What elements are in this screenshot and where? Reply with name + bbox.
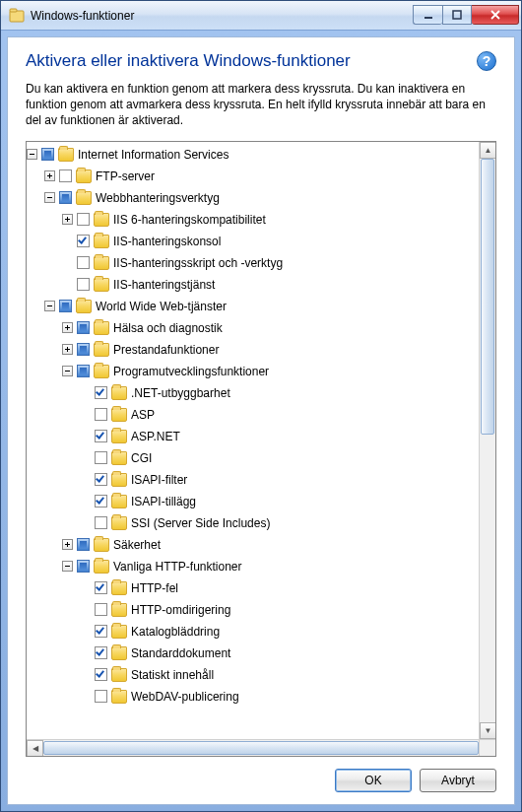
feature-checkbox[interactable] bbox=[95, 408, 107, 421]
tree-item-label: World Wide Web-tjänster bbox=[96, 300, 227, 313]
feature-checkbox[interactable] bbox=[59, 169, 72, 182]
feature-checkbox[interactable] bbox=[95, 603, 107, 616]
tree-item[interactable]: .NET-utbyggbarhet bbox=[27, 382, 479, 404]
feature-checkbox[interactable] bbox=[95, 581, 107, 594]
feature-checkbox[interactable] bbox=[77, 365, 90, 377]
tree-item[interactable]: CGI bbox=[27, 447, 479, 469]
horizontal-scroll-thumb[interactable] bbox=[43, 741, 479, 755]
expand-icon[interactable] bbox=[62, 214, 73, 225]
tree-item[interactable]: FTP-server bbox=[27, 166, 479, 187]
tree-item-label: Katalogbläddring bbox=[131, 625, 220, 639]
tree-item[interactable]: Prestandafunktioner bbox=[27, 339, 479, 361]
feature-checkbox[interactable] bbox=[95, 451, 107, 464]
tree-item[interactable]: Säkerhet bbox=[27, 534, 479, 556]
feature-checkbox[interactable] bbox=[77, 321, 90, 334]
collapse-icon[interactable] bbox=[62, 366, 73, 376]
close-button[interactable] bbox=[472, 5, 519, 25]
feature-checkbox[interactable] bbox=[77, 278, 90, 291]
folder-icon bbox=[111, 473, 127, 487]
dialog-footer: OK Avbryt bbox=[26, 769, 496, 792]
vertical-scrollbar[interactable]: ▲ ▼ bbox=[479, 142, 495, 739]
tree-item-label: ASP bbox=[131, 408, 155, 422]
scroll-down-button[interactable]: ▼ bbox=[480, 722, 496, 739]
collapse-icon[interactable] bbox=[62, 561, 73, 572]
tree-item-label: IIS-hanteringstjänst bbox=[113, 278, 215, 292]
expand-icon[interactable] bbox=[44, 170, 55, 181]
folder-icon bbox=[76, 191, 92, 205]
tree-item[interactable]: Hälsa och diagnostik bbox=[27, 317, 479, 339]
ok-button[interactable]: OK bbox=[335, 769, 412, 792]
tree-item[interactable]: Statiskt innehåll bbox=[27, 664, 479, 686]
minimize-icon bbox=[424, 10, 433, 20]
tree-item[interactable]: Programutvecklingsfunktioner bbox=[27, 361, 479, 382]
feature-checkbox[interactable] bbox=[95, 646, 107, 659]
feature-checkbox[interactable] bbox=[95, 516, 107, 529]
tree-item[interactable]: Webbhanteringsverktyg bbox=[27, 187, 479, 209]
feature-checkbox[interactable] bbox=[95, 625, 107, 638]
tree-item[interactable]: Internet Information Services bbox=[27, 144, 479, 166]
titlebar[interactable]: Windows-funktioner bbox=[1, 1, 521, 31]
tree-item[interactable]: Standarddokument bbox=[27, 643, 479, 664]
folder-icon bbox=[111, 495, 127, 508]
feature-checkbox[interactable] bbox=[77, 213, 90, 226]
tree-item-label: Prestandafunktioner bbox=[113, 343, 219, 357]
cancel-button[interactable]: Avbryt bbox=[420, 769, 496, 792]
horizontal-scroll-track[interactable] bbox=[43, 740, 479, 756]
tree-item-label: .NET-utbyggbarhet bbox=[131, 386, 230, 400]
feature-checkbox[interactable] bbox=[41, 148, 54, 161]
feature-checkbox[interactable] bbox=[59, 191, 72, 204]
scroll-up-button[interactable]: ▲ bbox=[480, 142, 496, 159]
vertical-scroll-thumb[interactable] bbox=[481, 159, 494, 435]
tree-item[interactable]: IIS-hanteringsskript och -verktyg bbox=[27, 252, 479, 274]
folder-icon bbox=[94, 343, 109, 357]
collapse-icon[interactable] bbox=[27, 149, 37, 160]
tree-item-label: Hälsa och diagnostik bbox=[113, 321, 223, 335]
tree-item[interactable]: ISAPI-tillägg bbox=[27, 491, 479, 512]
expand-icon[interactable] bbox=[62, 344, 73, 355]
folder-icon bbox=[111, 603, 127, 617]
tree-item[interactable]: ASP.NET bbox=[27, 426, 479, 447]
feature-checkbox[interactable] bbox=[77, 560, 90, 573]
feature-checkbox[interactable] bbox=[95, 495, 107, 508]
tree-item[interactable]: IIS-hanteringstjänst bbox=[27, 274, 479, 296]
feature-checkbox[interactable] bbox=[95, 690, 107, 703]
tree-item[interactable]: IIS 6-hanteringskompatibilitet bbox=[27, 209, 479, 231]
feature-checkbox[interactable] bbox=[77, 235, 90, 247]
feature-checkbox[interactable] bbox=[77, 538, 90, 551]
collapse-icon[interactable] bbox=[44, 192, 55, 203]
folder-icon bbox=[111, 690, 127, 704]
tree-item[interactable]: HTTP-omdirigering bbox=[27, 599, 479, 621]
collapse-icon[interactable] bbox=[44, 301, 55, 311]
help-icon[interactable]: ? bbox=[477, 51, 496, 71]
feature-checkbox[interactable] bbox=[95, 430, 107, 442]
tree-item[interactable]: IIS-hanteringskonsol bbox=[27, 231, 479, 252]
tree-item[interactable]: ISAPI-filter bbox=[27, 469, 479, 491]
tree-item-label: CGI bbox=[131, 451, 152, 465]
tree-item[interactable]: WebDAV-publicering bbox=[27, 686, 479, 708]
folder-icon bbox=[111, 668, 127, 682]
feature-checkbox[interactable] bbox=[59, 300, 72, 312]
maximize-button[interactable] bbox=[442, 5, 472, 25]
tree-item[interactable]: Vanliga HTTP-funktioner bbox=[27, 556, 479, 577]
tree-item[interactable]: ASP bbox=[27, 404, 479, 426]
tree-item[interactable]: HTTP-fel bbox=[27, 577, 479, 599]
feature-checkbox[interactable] bbox=[95, 668, 107, 681]
feature-tree[interactable]: Internet Information ServicesFTP-serverW… bbox=[27, 142, 479, 739]
feature-checkbox[interactable] bbox=[77, 256, 90, 269]
folder-icon bbox=[94, 538, 109, 552]
minimize-button[interactable] bbox=[413, 5, 442, 25]
tree-item[interactable]: SSI (Server Side Includes) bbox=[27, 512, 479, 534]
expand-icon[interactable] bbox=[62, 539, 73, 550]
maximize-icon bbox=[452, 10, 462, 20]
scroll-left-button[interactable]: ◀ bbox=[27, 740, 43, 757]
feature-checkbox[interactable] bbox=[77, 343, 90, 356]
tree-item[interactable]: Katalogbläddring bbox=[27, 621, 479, 643]
expand-icon[interactable] bbox=[62, 322, 73, 333]
tree-item[interactable]: World Wide Web-tjänster bbox=[27, 296, 479, 317]
feature-checkbox[interactable] bbox=[95, 473, 107, 486]
folder-icon bbox=[111, 386, 127, 400]
vertical-scroll-track[interactable] bbox=[480, 159, 495, 722]
tree-item-label: IIS-hanteringskonsol bbox=[113, 235, 221, 248]
horizontal-scrollbar[interactable]: ◀ ▶ bbox=[27, 739, 495, 756]
feature-checkbox[interactable] bbox=[95, 386, 107, 399]
